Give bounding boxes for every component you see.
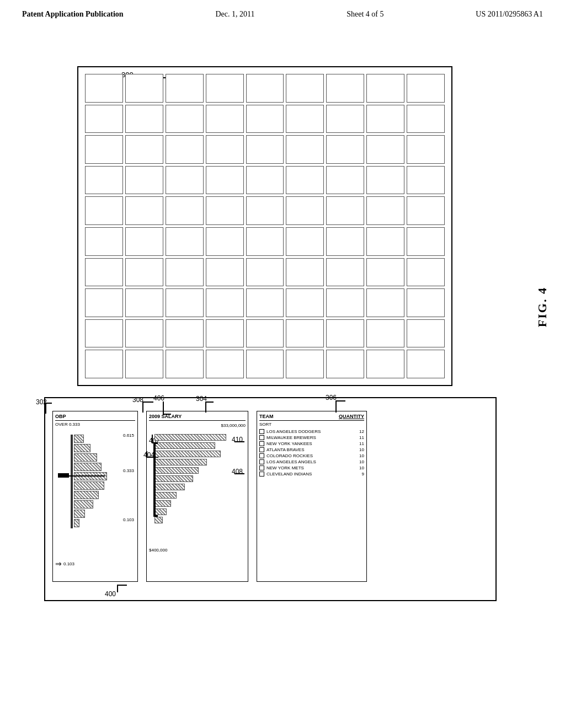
header-patent: US 2011/0295863 A1 <box>476 10 543 19</box>
grid-cell <box>166 196 204 225</box>
grid-cell <box>85 74 123 103</box>
grid-cell <box>326 196 364 225</box>
team-item-7: CLEVELAND INDIANS 9 <box>259 472 364 477</box>
ref-400-line-v <box>117 585 118 592</box>
team-checkbox-6[interactable] <box>259 465 264 470</box>
team-item-6: NEW YORK METS 10 <box>259 465 364 470</box>
obp-section: OBP OVER 0.333 0.615 0.333 0.103 ⇒ 0.103 <box>52 411 138 582</box>
grid-cell <box>326 135 364 164</box>
grid-cell <box>85 319 123 348</box>
grid-cell <box>125 196 163 225</box>
hist-bar-9 <box>74 510 85 518</box>
grid-cell <box>166 288 204 317</box>
team-name-3: ATLANTA BRAVES <box>266 447 357 452</box>
grid-cell <box>366 196 404 225</box>
grid-cell <box>366 74 404 103</box>
grid-cell <box>366 227 404 256</box>
grid-cell <box>286 288 324 317</box>
ref-400-line-h <box>117 585 127 586</box>
ref-308-line-v <box>142 402 143 413</box>
grid-cell <box>407 105 445 133</box>
grid-cell <box>246 135 284 164</box>
grid-cell <box>366 350 404 378</box>
grid-cell <box>366 135 404 164</box>
team-col-qty: QUANTITY <box>339 414 364 419</box>
grid-cell <box>85 166 123 195</box>
team-item-0: LOS ANGELES DODGERS 12 <box>259 429 364 434</box>
grid-cell <box>246 258 284 287</box>
grid-cell <box>326 105 364 133</box>
salary-bar-8 <box>154 492 177 499</box>
hist-bar-2 <box>74 444 90 452</box>
ref-304-arrow <box>205 402 214 403</box>
ref-306-arrow <box>335 400 345 402</box>
team-item-1: MILWAUKEE BREWERS 11 <box>259 435 364 440</box>
grid-cell <box>286 74 324 103</box>
grid-cell <box>286 258 324 287</box>
obp-val-top: 0.615 <box>123 433 134 438</box>
obp-slider-track <box>71 435 73 528</box>
salary-range-bot <box>153 515 158 517</box>
team-checkbox-4[interactable] <box>259 453 264 458</box>
grid-cell <box>206 319 244 348</box>
grid-cell <box>85 227 123 256</box>
team-checkbox-2[interactable] <box>259 441 264 446</box>
salary-bar-6 <box>154 475 193 482</box>
team-checkbox-7[interactable] <box>259 472 264 477</box>
ref-308-line-h <box>142 402 153 403</box>
team-item-2: NEW YORK YANKEES 11 <box>259 441 364 446</box>
team-checkbox-5[interactable] <box>259 459 264 464</box>
grid-cell <box>166 227 204 256</box>
grid-cell <box>407 227 445 256</box>
grid-cell <box>206 135 244 164</box>
grid-cell <box>326 350 364 378</box>
team-checkbox-0[interactable] <box>259 429 264 434</box>
grid-cell <box>206 288 244 317</box>
grid-cell <box>85 196 123 225</box>
grid-cell <box>125 319 163 348</box>
grid-cell <box>246 105 284 133</box>
header-date: Dec. 1, 2011 <box>215 10 254 19</box>
salary-bar-9 <box>154 500 171 507</box>
salary-title: 2009 SALARY <box>149 414 246 421</box>
grid-cell <box>366 166 404 195</box>
hist-bar-7 <box>74 491 99 499</box>
grid-cell <box>407 319 445 348</box>
grid-cell <box>166 319 204 348</box>
grid-cell <box>407 196 445 225</box>
salary-bar-10 <box>154 508 167 515</box>
salary-bar-3 <box>154 451 221 457</box>
team-section: TEAM QUANTITY SORT LOS ANGELES DODGERS 1… <box>257 411 367 582</box>
team-checkbox-3[interactable] <box>259 447 264 452</box>
grid-cell <box>85 350 123 378</box>
slider-handle[interactable] <box>58 473 69 478</box>
salary-bar-4 <box>154 459 207 465</box>
grid-cell <box>366 319 404 348</box>
team-checkbox-1[interactable] <box>259 435 264 440</box>
grid-cell <box>246 196 284 225</box>
ref-400: 400 <box>105 590 116 598</box>
team-count-3: 10 <box>359 447 364 452</box>
grid-cell <box>407 166 445 195</box>
grid-cell <box>286 350 324 378</box>
team-item-4: COLORADO ROCKIES 10 <box>259 453 364 458</box>
grid-cell <box>286 196 324 225</box>
hist-bar-8 <box>74 500 93 508</box>
salary-range-top <box>153 442 158 444</box>
team-count-0: 12 <box>359 429 364 434</box>
hist-bar-6 <box>74 481 104 490</box>
grid-cell <box>246 74 284 103</box>
grid-cell <box>326 258 364 287</box>
obp-val-bot: 0.103 <box>123 517 134 522</box>
grid-cell <box>85 288 123 317</box>
team-count-7: 9 <box>362 472 364 477</box>
team-col-title: TEAM <box>259 414 334 419</box>
grid-cell <box>125 166 163 195</box>
grid-cell <box>407 288 445 317</box>
grid-cell <box>326 227 364 256</box>
grid-cell <box>206 74 244 103</box>
grid-cell <box>166 135 204 164</box>
grid-cell <box>85 135 123 164</box>
grid-cell <box>286 105 324 133</box>
team-count-5: 10 <box>359 459 364 464</box>
